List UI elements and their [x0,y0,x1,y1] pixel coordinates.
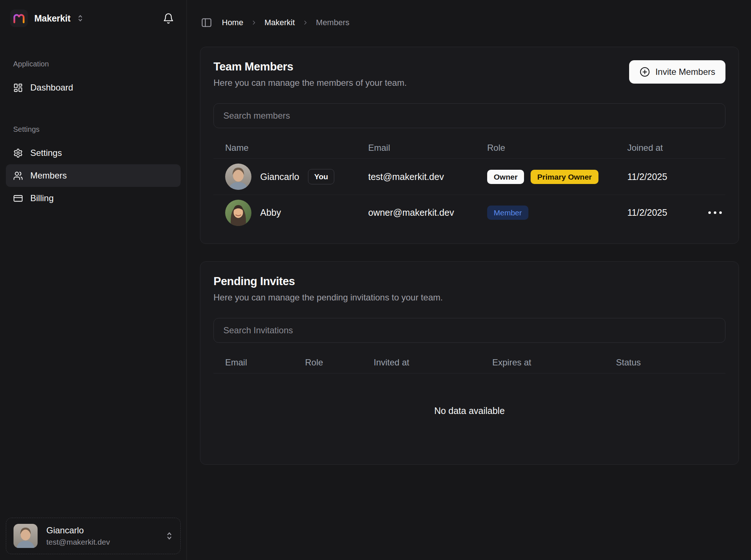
pending-invites-card: Pending Invites Here you can manage the … [200,261,739,465]
search-invitations-input[interactable] [213,318,725,343]
invite-members-label: Invite Members [655,67,715,77]
chevron-up-down-icon [166,531,173,541]
pending-invites-subtitle: Here you can manage the pending invitati… [213,292,443,303]
column-header-role: Role [305,357,374,368]
sidebar-header: Makerkit [0,0,186,34]
team-members-subtitle: Here you can manage the members of your … [213,78,407,88]
team-members-card: Team Members Here you can manage the mem… [200,47,739,244]
chevron-up-down-icon [77,14,84,22]
empty-state-message: No data available [213,373,725,451]
section-label-settings: Settings [6,125,181,134]
pending-invites-heading-block: Pending Invites Here you can manage the … [213,275,443,303]
member-joined-date: 11/2/2025 [627,207,693,218]
notifications-bell-button[interactable] [161,11,176,26]
members-table-header: Name Email Role Joined at [213,137,725,159]
bell-icon [163,13,174,24]
gear-icon [13,148,23,158]
user-email: test@makerkit.dev [46,538,110,546]
sidebar-item-dashboard[interactable]: Dashboard [6,76,181,99]
column-header-name: Name [213,143,368,153]
workspace-selector[interactable]: Makerkit [10,9,84,27]
breadcrumb-team[interactable]: Makerkit [265,18,295,27]
member-joined-date: 11/2/2025 [627,172,693,182]
column-header-email: Email [213,357,305,368]
sidebar: Makerkit Application Dashboard Settings [0,0,187,560]
user-meta: Giancarlo test@makerkit.dev [46,525,110,546]
table-row-member-abby: Abby owner@makerkit.dev Member 11/2/2025 [213,195,725,230]
dashboard-grid-icon [13,83,23,93]
column-header-email: Email [368,143,487,153]
member-role-cell: Owner Primary Owner [487,170,627,184]
plus-circle-icon [639,66,650,77]
main-content: Home Makerkit Members Team Members Here … [187,0,751,560]
panel-left-icon [201,17,212,28]
user-avatar [14,524,38,548]
row-actions-menu-button[interactable] [693,208,725,218]
app-window: Makerkit Application Dashboard Settings [0,0,751,560]
invite-members-button[interactable]: Invite Members [629,60,725,84]
member-avatar [225,200,251,226]
column-header-status: Status [616,357,725,368]
user-name: Giancarlo [46,525,110,536]
member-email: owner@makerkit.dev [368,207,487,218]
team-members-heading-block: Team Members Here you can manage the mem… [213,60,407,88]
section-label-application: Application [6,60,181,68]
search-members-input[interactable] [213,103,725,128]
table-row-member-giancarlo: Giancarlo You test@makerkit.dev Owner Pr… [213,159,725,195]
member-name: Abby [260,207,281,218]
chevron-right-icon [251,19,257,26]
sidebar-item-settings[interactable]: Settings [6,142,181,164]
member-name-cell: Abby [213,200,368,226]
member-role-badge: Member [487,206,528,220]
sidebar-item-label: Dashboard [30,83,73,93]
pending-invites-header: Pending Invites Here you can manage the … [213,275,725,303]
user-account-menu[interactable]: Giancarlo test@makerkit.dev [6,518,181,554]
users-icon [13,171,23,181]
team-members-header: Team Members Here you can manage the mem… [213,60,725,88]
sidebar-item-label: Billing [30,193,54,203]
workspace-name: Makerkit [34,13,70,24]
sidebar-item-label: Settings [30,148,62,158]
member-avatar [225,164,251,190]
sidebar-spacer [0,210,186,512]
breadcrumb-current: Members [316,18,350,27]
nav-spacer [6,99,181,125]
sidebar-item-billing[interactable]: Billing [6,187,181,210]
column-header-expires: Expires at [492,357,616,368]
makerkit-logo [10,9,28,27]
sidebar-item-label: Members [30,170,67,181]
team-members-title: Team Members [213,60,407,73]
breadcrumb-items: Home Makerkit Members [222,18,350,27]
member-name: Giancarlo [260,172,299,182]
chevron-right-icon [302,19,309,26]
credit-card-icon [13,193,23,203]
breadcrumb-home[interactable]: Home [222,18,243,27]
you-badge: You [308,169,334,184]
column-header-joined: Joined at [627,143,693,153]
breadcrumb: Home Makerkit Members [200,16,739,29]
member-name-cell: Giancarlo You [213,164,368,190]
invites-table-header: Email Role Invited at Expires at Status [213,352,725,373]
sidebar-item-members[interactable]: Members [6,164,181,187]
owner-badge: Owner [487,170,524,184]
sidebar-toggle-button[interactable] [200,16,213,29]
primary-owner-badge: Primary Owner [531,170,598,184]
column-header-role: Role [487,143,627,153]
member-role-cell: Member [487,206,627,220]
member-email: test@makerkit.dev [368,172,487,182]
column-header-invited: Invited at [374,357,492,368]
ellipsis-icon [708,211,711,214]
pending-invites-title: Pending Invites [213,275,443,288]
sidebar-nav: Application Dashboard Settings Settings [0,60,186,210]
